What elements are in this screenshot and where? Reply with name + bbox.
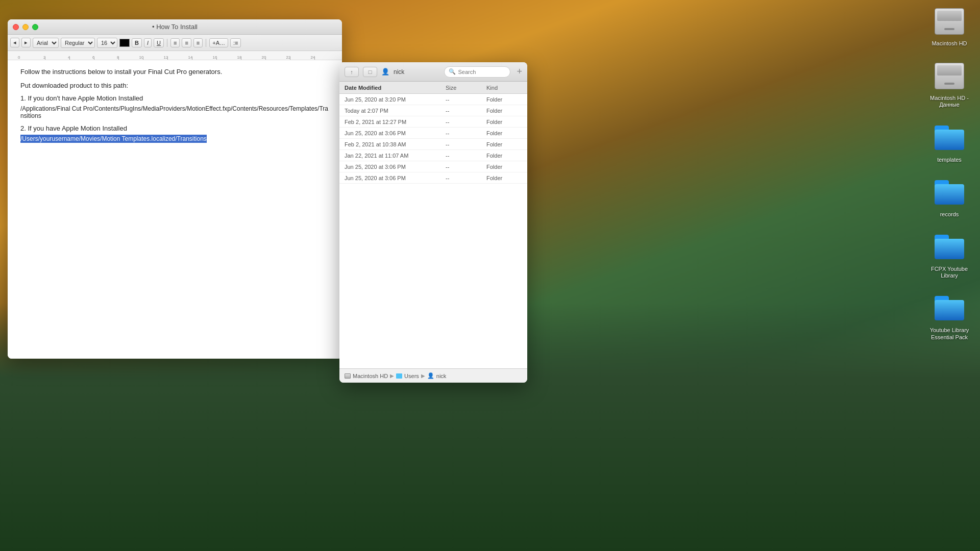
row-size-1: -- (446, 108, 486, 114)
finder-titlebar: ↑ □ 👤 nick 🔍 + (339, 62, 527, 82)
row-size-2: -- (446, 119, 486, 125)
toolbar-arrow-left[interactable]: ◂ (10, 38, 19, 47)
format-btn-1[interactable]: +A… (209, 38, 228, 47)
finder-search-box[interactable]: 🔍 (444, 66, 510, 78)
desktop-icon-macintosh-hd-data[interactable]: Macintosh HD - Данные (929, 60, 970, 108)
separator-2 (206, 39, 206, 47)
desktop: Macintosh HD Macintosh HD - Данные templ… (0, 0, 980, 551)
table-row[interactable]: Feb 2, 2021 at 12:27 PM -- Folder (339, 116, 527, 128)
desktop-icon-area: Macintosh HD Macintosh HD - Данные templ… (929, 5, 970, 341)
records-label: records (940, 211, 959, 218)
italic-button[interactable]: I (144, 38, 152, 47)
step2-path: /Users/yourusername/Movies/Motion Templa… (20, 135, 329, 142)
desktop-icon-templates[interactable]: templates (929, 121, 970, 163)
ruler-content: 0 2 4 6 8 10 12 14 16 18 20 22 24 (8, 51, 342, 60)
records-folder-image (933, 176, 966, 209)
ruler-20: 20 (241, 55, 266, 60)
col-header-size[interactable]: Size (446, 85, 486, 91)
breadcrumb-hd-icon (345, 373, 351, 379)
desktop-icon-records[interactable]: records (929, 176, 970, 218)
window-controls (13, 24, 38, 30)
ruler-6: 6 (70, 55, 94, 60)
finder-add-button[interactable]: + (517, 66, 522, 77)
row-date-5: Jan 22, 2021 at 11:07 AM (345, 153, 446, 159)
ruler-10: 10 (119, 55, 143, 60)
table-row[interactable]: Today at 2:07 PM -- Folder (339, 105, 527, 116)
underline-button[interactable]: U (154, 38, 164, 47)
search-input[interactable] (458, 69, 506, 75)
row-size-6: -- (446, 164, 486, 170)
ruler-14: 14 (168, 55, 192, 60)
textedit-content-area[interactable]: Follow the instructions below to install… (8, 60, 342, 359)
youtube-essential-folder-image (933, 292, 966, 324)
row-date-0: Jun 25, 2020 at 3:20 PM (345, 96, 446, 103)
table-row[interactable]: Jan 22, 2021 at 11:07 AM -- Folder (339, 150, 527, 161)
textedit-ruler: 0 2 4 6 8 10 12 14 16 18 20 22 24 (8, 51, 342, 60)
ruler-8: 8 (94, 55, 119, 60)
color-picker[interactable] (119, 39, 130, 47)
desktop-icon-macintosh-hd[interactable]: Macintosh HD (929, 5, 970, 47)
textedit-toolbar: ◂ ▸ Arial Regular 16 B I U ≡ ≡ ≡ +A… :≡ (8, 35, 342, 51)
table-row[interactable]: Feb 2, 2021 at 10:38 AM -- Folder (339, 139, 527, 150)
row-date-2: Feb 2, 2021 at 12:27 PM (345, 119, 446, 125)
ruler-zero: 0 (18, 55, 20, 60)
close-button[interactable] (13, 24, 19, 30)
breadcrumb-sep-2: ▶ (421, 373, 425, 379)
table-row[interactable]: Jun 25, 2020 at 3:06 PM -- Folder (339, 172, 527, 184)
table-row[interactable]: Jun 25, 2020 at 3:20 PM -- Folder (339, 94, 527, 105)
finder-title: nick (394, 68, 404, 76)
format-btn-2[interactable]: :≡ (230, 38, 241, 47)
finder-rows-container: Jun 25, 2020 at 3:20 PM -- Folder Today … (339, 94, 527, 368)
breadcrumb-user-icon: 👤 (427, 372, 434, 379)
intro-text: Follow the instructions below to install… (20, 68, 329, 76)
row-kind-5: Folder (486, 153, 522, 159)
step2-path-highlighted: /Users/yourusername/Movies/Motion Templa… (20, 135, 207, 143)
align-left-button[interactable]: ≡ (170, 38, 180, 47)
table-row[interactable]: Jun 25, 2020 at 3:06 PM -- Folder (339, 161, 527, 172)
fcpx-youtube-folder-image (933, 231, 966, 263)
font-family-select[interactable]: Arial (33, 38, 59, 48)
breadcrumb-folder-icon (396, 373, 402, 379)
forward-icon: □ (369, 69, 372, 75)
row-kind-4: Folder (486, 141, 522, 147)
step1-path: /Applications/Final Cut Pro/Contents/Plu… (20, 105, 329, 119)
desktop-icon-youtube-essential[interactable]: Youtube Library Essential Pack (929, 292, 970, 340)
desktop-icon-fcpx-youtube[interactable]: FCPX Youtube Library (929, 231, 970, 279)
finder-user-icon: 👤 (381, 68, 389, 76)
font-style-select[interactable]: Regular (61, 38, 95, 48)
font-size-select[interactable]: 16 (97, 38, 117, 48)
row-kind-3: Folder (486, 130, 522, 136)
table-row[interactable]: Jun 25, 2020 at 3:06 PM -- Folder (339, 128, 527, 139)
row-size-0: -- (446, 96, 486, 103)
templates-label: templates (937, 157, 962, 163)
align-center-button[interactable]: ≡ (182, 38, 191, 47)
separator-1 (167, 39, 167, 47)
row-kind-1: Folder (486, 108, 522, 114)
maximize-button[interactable] (32, 24, 38, 30)
ruler-24: 24 (290, 55, 315, 60)
row-date-3: Jun 25, 2020 at 3:06 PM (345, 130, 446, 136)
row-date-1: Today at 2:07 PM (345, 108, 446, 114)
finder-forward-button[interactable]: □ (363, 67, 377, 77)
row-date-4: Feb 2, 2021 at 10:38 AM (345, 141, 446, 147)
col-header-date[interactable]: Date Modified (345, 85, 446, 91)
ruler-2: 2 (21, 55, 45, 60)
row-size-3: -- (446, 130, 486, 136)
hd-data-icon-image (933, 60, 966, 92)
row-size-5: -- (446, 153, 486, 159)
finder-back-button[interactable]: ↑ (345, 67, 359, 77)
breadcrumb-nick-label: nick (436, 373, 447, 379)
ruler-4: 4 (45, 55, 70, 60)
row-kind-0: Folder (486, 96, 522, 103)
toolbar-arrow-right[interactable]: ▸ (21, 38, 31, 47)
textedit-window: • How To Install ◂ ▸ Arial Regular 16 B … (8, 19, 342, 359)
row-size-7: -- (446, 175, 486, 181)
bold-button[interactable]: B (132, 38, 142, 47)
textedit-titlebar: • How To Install (8, 19, 342, 35)
breadcrumb-users-label: Users (404, 373, 419, 379)
minimize-button[interactable] (22, 24, 29, 30)
search-icon: 🔍 (449, 68, 456, 75)
back-icon: ↑ (350, 69, 353, 75)
col-header-kind[interactable]: Kind (486, 85, 522, 91)
align-right-button[interactable]: ≡ (193, 38, 203, 47)
